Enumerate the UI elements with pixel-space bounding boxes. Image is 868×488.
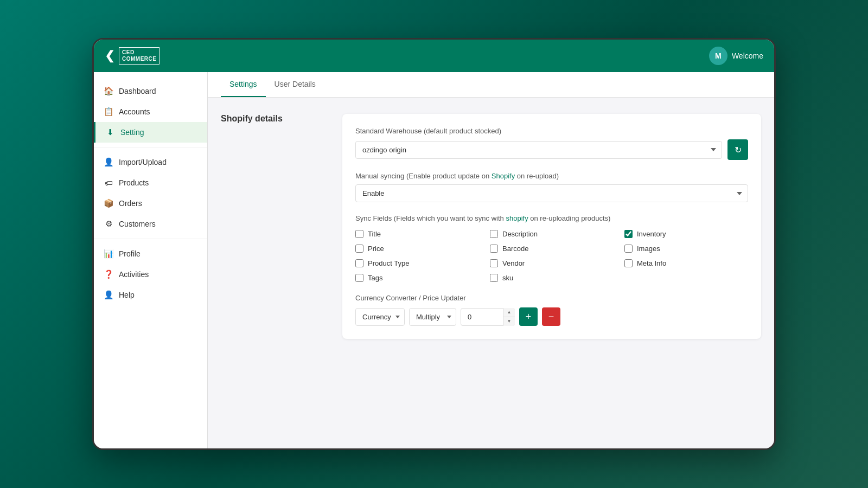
sidebar-item-activities[interactable]: ❓ Activities xyxy=(94,264,207,285)
logo-area: ❮ CED COMMERCE xyxy=(105,47,159,65)
sidebar-label-accounts: Accounts xyxy=(119,107,150,116)
sidebar-label-dashboard: Dashboard xyxy=(119,87,156,95)
sidebar-label-customers: Customers xyxy=(119,220,156,228)
checkbox-inventory-input[interactable] xyxy=(624,230,633,238)
main-area: 🏠 Dashboard 📋 Accounts ⬇ Setting 👤 Impor… xyxy=(94,72,774,448)
sidebar-item-customers[interactable]: ⚙ Customers xyxy=(94,214,207,234)
checkbox-price[interactable]: Price xyxy=(355,245,479,253)
checkbox-title-input[interactable] xyxy=(355,230,363,238)
checkbox-vendor-input[interactable] xyxy=(490,259,498,267)
checkbox-meta-info-input[interactable] xyxy=(624,259,633,267)
sync-fields-group: Sync Fields (Fields which you want to sy… xyxy=(355,214,748,282)
checkbox-title[interactable]: Title xyxy=(355,230,479,238)
manual-sync-label: Manual syncing (Enable product update on… xyxy=(355,172,748,180)
number-spinners: ▲ ▼ xyxy=(503,308,515,326)
checkbox-barcode[interactable]: Barcode xyxy=(490,245,614,253)
tab-settings[interactable]: Settings xyxy=(221,72,266,97)
checkbox-tags-label: Tags xyxy=(368,274,382,282)
checkbox-tags-input[interactable] xyxy=(355,274,363,282)
sidebar-label-products: Products xyxy=(119,178,149,187)
currency-converter-section: Currency Converter / Price Updater Curre… xyxy=(355,294,748,326)
sidebar: 🏠 Dashboard 📋 Accounts ⬇ Setting 👤 Impor… xyxy=(94,72,208,448)
checkbox-vendor-label: Vendor xyxy=(502,259,525,267)
remove-currency-button[interactable]: − xyxy=(542,307,560,326)
checkbox-images-input[interactable] xyxy=(624,245,633,253)
shopify-link-1[interactable]: Shopify xyxy=(492,172,515,180)
warehouse-select[interactable]: ozdingo origin xyxy=(355,141,722,159)
sidebar-item-products[interactable]: 🏷 Products xyxy=(94,172,207,193)
checkbox-description-input[interactable] xyxy=(490,230,498,238)
spinner-down[interactable]: ▼ xyxy=(503,317,515,326)
checkbox-description-label: Description xyxy=(502,230,538,238)
checkbox-product-type-label: Product Type xyxy=(368,259,409,267)
currency-row: Currency USD EUR AUD Multiply Divide Add… xyxy=(355,307,748,326)
accounts-icon: 📋 xyxy=(104,107,113,117)
tabs-bar: Settings User Details xyxy=(208,72,774,98)
checkbox-images-label: Images xyxy=(637,245,660,253)
refresh-button[interactable]: ↻ xyxy=(727,139,748,160)
tab-user-details[interactable]: User Details xyxy=(266,72,324,97)
profile-icon: 📊 xyxy=(104,249,113,259)
sidebar-divider-1 xyxy=(94,147,207,147)
shopify-link-2[interactable]: shopify xyxy=(506,214,528,222)
checkbox-meta-info-label: Meta Info xyxy=(637,259,666,267)
sidebar-label-profile: Profile xyxy=(119,249,141,258)
products-icon: 🏷 xyxy=(104,178,113,188)
customers-icon: ⚙ xyxy=(104,219,113,229)
sync-fields-grid: Title Description Inventory Price xyxy=(355,230,748,282)
sidebar-item-orders[interactable]: 📦 Orders xyxy=(94,193,207,214)
content-area: Settings User Details Shopify details St… xyxy=(208,72,774,448)
warehouse-label: Standard Warehouse (default product stoc… xyxy=(355,127,748,135)
number-input-wrap: 0 ▲ ▼ xyxy=(461,308,515,326)
import-icon: 👤 xyxy=(104,157,113,167)
sidebar-label-orders: Orders xyxy=(119,199,142,208)
sidebar-item-help[interactable]: 👤 Help xyxy=(94,285,207,305)
sidebar-label-help: Help xyxy=(119,291,135,299)
manual-sync-group: Manual syncing (Enable product update on… xyxy=(355,172,748,202)
checkbox-title-label: Title xyxy=(368,230,381,238)
checkbox-sku-input[interactable] xyxy=(490,274,498,282)
checkbox-product-type[interactable]: Product Type xyxy=(355,259,479,267)
page-content: Shopify details Standard Warehouse (defa… xyxy=(208,98,774,355)
warehouse-input-row: ozdingo origin ↻ xyxy=(355,139,748,160)
multiply-select[interactable]: Multiply Divide Add Subtract xyxy=(409,308,456,326)
help-icon: 👤 xyxy=(104,290,113,300)
checkbox-inventory-label: Inventory xyxy=(637,230,666,238)
form-card: Standard Warehouse (default product stoc… xyxy=(342,114,761,339)
checkbox-sku[interactable]: sku xyxy=(490,274,614,282)
sidebar-item-accounts[interactable]: 📋 Accounts xyxy=(94,101,207,122)
sidebar-item-dashboard[interactable]: 🏠 Dashboard xyxy=(94,81,207,101)
checkbox-price-input[interactable] xyxy=(355,245,363,253)
sidebar-item-setting[interactable]: ⬇ Setting xyxy=(94,122,207,143)
checkbox-vendor[interactable]: Vendor xyxy=(490,259,614,267)
orders-icon: 📦 xyxy=(104,198,113,208)
logo-text: CED COMMERCE xyxy=(119,47,159,65)
checkbox-product-type-input[interactable] xyxy=(355,259,363,267)
welcome-label: Welcome xyxy=(732,52,763,60)
checkbox-description[interactable]: Description xyxy=(490,230,614,238)
checkbox-barcode-input[interactable] xyxy=(490,245,498,253)
home-icon: 🏠 xyxy=(104,86,113,96)
sidebar-label-setting: Setting xyxy=(120,128,144,137)
user-area: M Welcome xyxy=(709,47,763,65)
checkbox-sku-label: sku xyxy=(502,274,513,282)
manual-sync-select[interactable]: Enable Disable xyxy=(355,184,748,202)
checkbox-barcode-label: Barcode xyxy=(502,245,528,253)
checkbox-images[interactable]: Images xyxy=(624,245,748,253)
top-bar: ❮ CED COMMERCE M Welcome xyxy=(94,40,774,72)
sidebar-item-import[interactable]: 👤 Import/Upload xyxy=(94,152,207,172)
checkbox-meta-info[interactable]: Meta Info xyxy=(624,259,748,267)
spinner-up[interactable]: ▲ xyxy=(503,308,515,317)
add-currency-button[interactable]: + xyxy=(519,307,538,326)
warehouse-group: Standard Warehouse (default product stoc… xyxy=(355,127,748,160)
sidebar-item-profile[interactable]: 📊 Profile xyxy=(94,243,207,264)
logo-chevron-icon: ❮ xyxy=(105,49,114,63)
sidebar-label-activities: Activities xyxy=(119,270,149,279)
checkbox-price-label: Price xyxy=(368,245,384,253)
checkbox-tags[interactable]: Tags xyxy=(355,274,479,282)
sidebar-label-import: Import/Upload xyxy=(119,158,167,166)
currency-select[interactable]: Currency USD EUR AUD xyxy=(355,308,405,326)
currency-converter-label: Currency Converter / Price Updater xyxy=(355,294,748,302)
checkbox-inventory[interactable]: Inventory xyxy=(624,230,748,238)
sync-fields-label: Sync Fields (Fields which you want to sy… xyxy=(355,214,748,222)
